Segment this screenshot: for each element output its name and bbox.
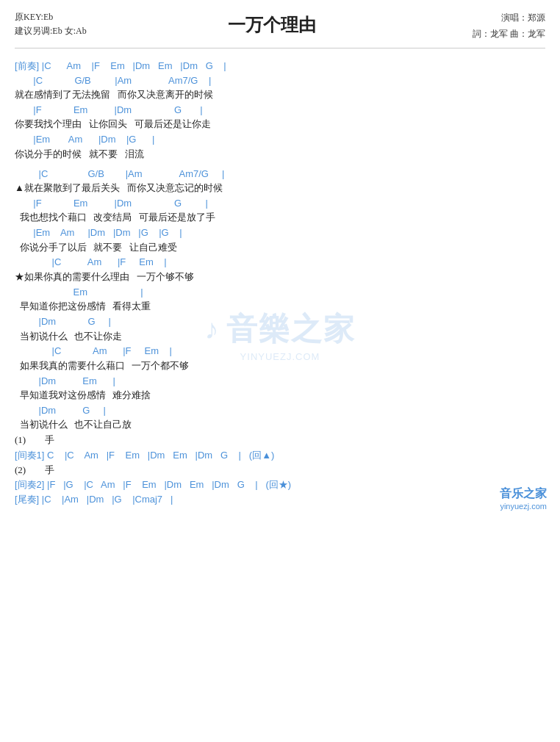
chord-line: |F Em |Dm G |: [15, 196, 545, 211]
chord-line: [前奏] |C Am |F Em |Dm Em |Dm G |: [15, 59, 545, 73]
lyric-line: 当初说什么 也不让自己放: [15, 417, 545, 433]
chord-line: |F Em |Dm G |: [15, 103, 545, 118]
bottom-logo-cn: 音乐之家: [500, 486, 547, 502]
header-divider: [15, 48, 545, 48]
lyric-line: 早知道你把这份感情 看得太重: [15, 299, 545, 314]
chord-line: |Em Am |Dm |Dm |G |G |: [15, 226, 545, 240]
chord-line: |Em Am |Dm |G |: [15, 132, 545, 147]
chord-line: |C Am |F Em |: [15, 344, 545, 359]
chord-line: |C G/B |Am Am7/G |: [15, 167, 545, 181]
chord-line: [间奏2] |F |G |C Am |F Em |Dm Em |Dm G | (…: [15, 478, 545, 492]
chord-line: |C G/B |Am Am7/G |: [15, 73, 545, 88]
bottom-logo-url: yinyuezj.com: [500, 502, 547, 511]
lyric-line: (1) 手: [15, 433, 545, 448]
lyric-line: 就在感情到了无法挽留 而你又决意离开的时候: [15, 87, 545, 103]
lyric-line: 如果我真的需要什么藉口 一万个都不够: [15, 359, 545, 374]
lyric-line: 早知道我对这份感情 难分难捨: [15, 388, 545, 403]
chord-line: |Dm G |: [15, 403, 545, 418]
page-container: 原KEY:Eb 建议另调:Eb 女:Ab 一万个理由 演唱：郑源 詞：龙军 曲：…: [0, 0, 560, 521]
lyric-line: ▲就在聚散到了最后关头 而你又决意忘记的时候: [15, 181, 545, 196]
lyric-line: 当初说什么 也不让你走: [15, 329, 545, 345]
lyric-line: 你说分手的时候 就不要 泪流: [15, 147, 545, 162]
lyric-line: (2) 手: [15, 463, 545, 478]
bottom-logo: 音乐之家 yinyuezj.com: [500, 486, 547, 511]
chord-line: |Dm G |: [15, 314, 545, 329]
chord-line: |C Am |F Em |: [15, 255, 545, 270]
lyric-line: 你要我找个理由 让你回头 可最后还是让你走: [15, 117, 545, 132]
lyric-line: ★如果你真的需要什么理由 一万个够不够: [15, 270, 545, 285]
content-area: [前奏] |C Am |F Em |Dm Em |Dm G | |C G/B |…: [15, 54, 545, 506]
lyric-line: 你说分手了以后 就不要 让自己难受: [15, 240, 545, 256]
chord-line: |Dm Em |: [15, 374, 545, 389]
artist-info: 演唱：郑源 詞：龙军 曲：龙军: [457, 10, 545, 42]
chord-line: [尾奏] |C |Am |Dm |G |Cmaj7 |: [15, 492, 545, 507]
chord-line: Em |: [15, 285, 545, 300]
key-line2: 建议另调:Eb 女:Ab: [15, 24, 87, 38]
header-area: 原KEY:Eb 建议另调:Eb 女:Ab 一万个理由 演唱：郑源 詞：龙军 曲：…: [15, 10, 545, 42]
key-line1: 原KEY:Eb: [15, 10, 87, 24]
artist-label: 演唱：郑源: [457, 10, 545, 26]
lyric-line: 我也想找个藉口 改变结局 可最后还是放了手: [15, 210, 545, 226]
chord-line: [间奏1] C |C Am |F Em |Dm Em |Dm G | (回▲): [15, 448, 545, 463]
lyrics-label: 詞：龙军 曲：龙军: [457, 26, 545, 43]
song-title: 一万个理由: [87, 10, 457, 37]
key-info: 原KEY:Eb 建议另调:Eb 女:Ab: [15, 10, 87, 38]
